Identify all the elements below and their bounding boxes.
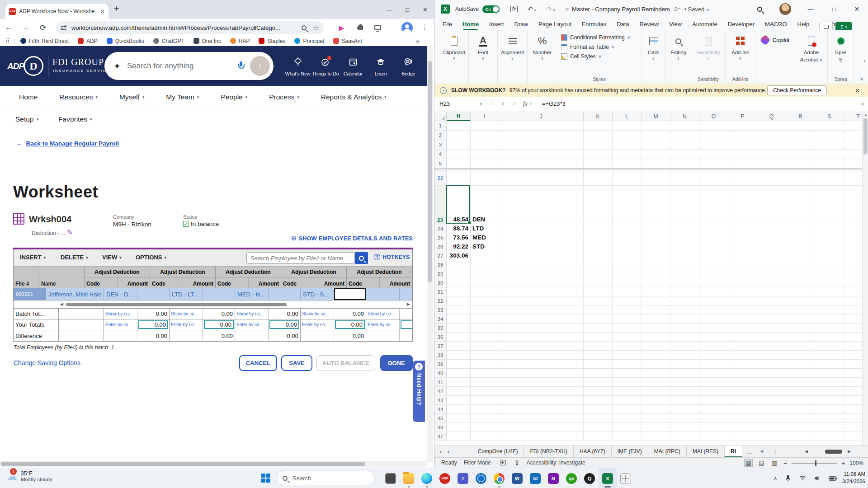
cell-R41[interactable] (786, 378, 815, 387)
cell-N29[interactable] (670, 269, 699, 278)
cell-I3[interactable] (471, 140, 499, 150)
batch-totals-row-link[interactable]: Show by co... (105, 311, 132, 316)
cell-N34[interactable] (670, 314, 699, 324)
row-header-22[interactable]: 22 (434, 170, 447, 186)
nav-item-reports-analytics[interactable]: Reports & Analytics▾ (321, 93, 387, 101)
cell-M41[interactable] (642, 378, 670, 387)
ribbon-tab-macro[interactable]: MACRO (765, 21, 787, 28)
column-header-L[interactable]: L (613, 112, 642, 121)
cell-I41[interactable] (471, 378, 499, 387)
row-header-30[interactable]: 30 (434, 278, 447, 287)
cell-S3[interactable] (815, 140, 844, 150)
row-header-25[interactable]: 25 (434, 233, 447, 242)
ribbon-tab-file[interactable]: File (443, 21, 452, 28)
cell-S5[interactable] (815, 159, 844, 169)
cell-L2[interactable] (613, 131, 642, 140)
cell-P36[interactable] (728, 333, 757, 342)
cell-J32[interactable] (499, 296, 584, 305)
ribbon-group-number[interactable]: %Number∨ (528, 30, 557, 84)
cell-Q26[interactable] (757, 242, 786, 251)
cell-J28[interactable] (499, 260, 584, 269)
cell-K44[interactable] (584, 405, 613, 414)
cell-I42[interactable] (471, 387, 499, 396)
your-totals-row-link[interactable]: Enter by co... (236, 322, 263, 327)
sheet-prev-icon[interactable]: ‹ (440, 448, 442, 455)
zoom-slider[interactable] (792, 463, 837, 464)
sheet-tab-compone-u4f-[interactable]: CompOne (U4F) (472, 446, 524, 457)
cell-P39[interactable] (728, 360, 757, 369)
cell-H41[interactable] (447, 378, 471, 387)
your-total-input[interactable]: 0.00 (269, 320, 299, 329)
cell-P31[interactable] (728, 287, 757, 296)
cell-T36[interactable] (844, 333, 862, 342)
quick-access-customize-icon[interactable]: ≂ (565, 7, 569, 12)
nav-item-resources[interactable]: Resources▾ (59, 93, 98, 101)
cell-J27[interactable] (499, 251, 584, 260)
cell-K42[interactable] (584, 387, 613, 396)
cell-T39[interactable] (844, 360, 862, 369)
cell-M39[interactable] (642, 360, 670, 369)
taskbar-app-window-grid[interactable] (617, 468, 635, 488)
cell-T25[interactable] (844, 233, 862, 242)
bookmark-principal[interactable]: Principal (294, 38, 324, 44)
cell-J40[interactable] (499, 369, 584, 378)
row-header-47[interactable]: 47 (434, 432, 447, 441)
weather-widget[interactable]: ☁1 35°F Mostly cloudy (6, 470, 52, 483)
your-totals-row-link[interactable]: Enter by co... (105, 322, 132, 327)
cell-L36[interactable] (613, 333, 642, 342)
cell-K37[interactable] (584, 342, 613, 351)
cell-R34[interactable] (786, 314, 815, 324)
cell-R22[interactable] (786, 170, 815, 186)
cell-R38[interactable] (786, 351, 815, 360)
taskbar-app-q-app[interactable]: Q (580, 468, 599, 488)
cell-O26[interactable] (699, 242, 728, 251)
adp-search-bar[interactable]: ✦ ↑ (104, 52, 274, 80)
cell-M28[interactable] (642, 260, 670, 269)
close-icon[interactable]: ✕ (423, 6, 428, 13)
cell-Q27[interactable] (757, 251, 786, 260)
batch-totals-row-link[interactable]: Show by co... (236, 311, 264, 316)
row-header-40[interactable]: 40 (434, 369, 447, 378)
cell-K29[interactable] (584, 269, 613, 278)
cell-I5[interactable] (471, 159, 499, 169)
ribbon-group-alignment[interactable]: Alignment∨ (498, 30, 528, 84)
cell-S25[interactable] (815, 233, 844, 242)
column-header-S[interactable]: S (815, 112, 844, 121)
cell-M33[interactable] (642, 305, 670, 314)
cell-I27[interactable] (471, 251, 499, 260)
ribbon-group-adobe-acrobat[interactable]: AdobeAcrobat ∨ (795, 30, 828, 84)
person-add-icon[interactable]: ⚇⁺ (674, 6, 681, 12)
cell-N35[interactable] (670, 324, 699, 333)
cell-I35[interactable] (471, 324, 499, 333)
pink-extension-icon[interactable]: ▶ (339, 24, 344, 32)
cell-S33[interactable] (815, 305, 844, 314)
column-header-I[interactable]: I (471, 112, 499, 121)
cell-T40[interactable] (844, 369, 862, 378)
bookmark-adp[interactable]: ADP (78, 38, 98, 44)
ribbon-tab-developer[interactable]: Developer (728, 21, 755, 28)
cell-H29[interactable] (447, 269, 471, 278)
cell-N24[interactable] (670, 224, 699, 233)
your-totals-row-link[interactable]: Enter by co... (171, 322, 198, 327)
cell-Q28[interactable] (757, 260, 786, 269)
cell-S28[interactable] (815, 260, 844, 269)
cell-S35[interactable] (815, 324, 844, 333)
cell-S44[interactable] (815, 405, 844, 414)
cell-K2[interactable] (584, 131, 613, 140)
taskbar-app-excel[interactable]: X (599, 468, 617, 488)
cell-P1[interactable] (728, 121, 757, 131)
show-employee-details-link[interactable]: ⊕ SHOW EMPLOYEE DETAILS AND RATES (291, 235, 413, 242)
ribbon-tab-review[interactable]: Review (640, 21, 659, 28)
deduction-amount-cell[interactable] (269, 288, 301, 300)
cell-L41[interactable] (613, 378, 642, 387)
cell-S34[interactable] (815, 314, 844, 324)
cell-N4[interactable] (670, 150, 699, 159)
cell-L46[interactable] (613, 423, 642, 432)
taskbar-app-teams[interactable]: T (454, 468, 472, 488)
row-header-43[interactable]: 43 (434, 396, 447, 405)
ribbon-group-styles[interactable]: Conditional Formatting∨Format as Table∨C… (557, 30, 642, 84)
cell-H46[interactable] (447, 423, 471, 432)
cell-J44[interactable] (499, 405, 584, 414)
extensions-puzzle-icon[interactable] (358, 25, 363, 30)
cell-J41[interactable] (499, 378, 584, 387)
